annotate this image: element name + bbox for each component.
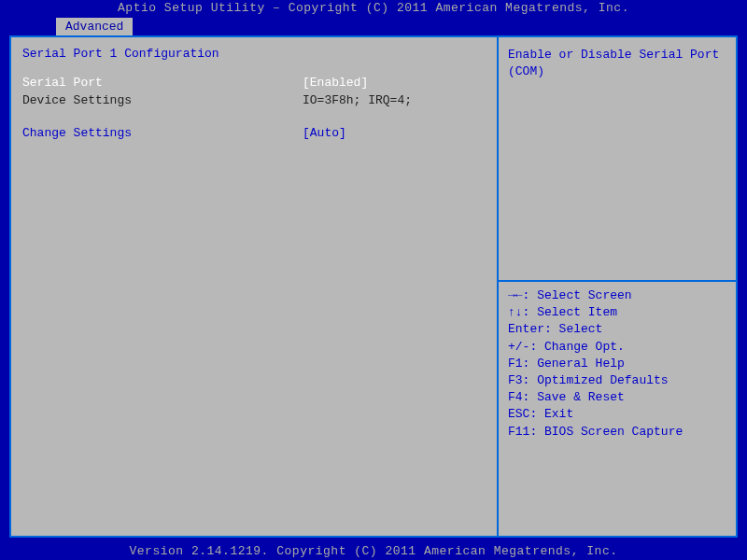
help-box: Enable or Disable Serial Port (COM) [508, 47, 726, 280]
hint-select-item: ↑↓: Select Item [508, 304, 726, 321]
footer-text: Version 2.14.1219. Copyright (C) 2011 Am… [130, 544, 618, 558]
help-line-2: (COM) [508, 63, 726, 80]
tab-row: Advanced [0, 17, 747, 35]
title-text: Aptio Setup Utility – Copyright (C) 2011… [118, 1, 629, 15]
device-settings-value: IO=3F8h; IRQ=4; [303, 93, 486, 107]
row-device-settings: Device Settings IO=3F8h; IRQ=4; [22, 93, 486, 107]
left-pane: Serial Port 1 Configuration Serial Port … [11, 37, 497, 536]
change-settings-value: [Auto] [303, 126, 486, 140]
hint-enter: Enter: Select [508, 321, 726, 338]
tab-advanced[interactable]: Advanced [56, 18, 133, 35]
spacer [22, 111, 486, 126]
hint-select-screen: →←: Select Screen [508, 287, 726, 304]
hint-f3: F3: Optimized Defaults [508, 372, 726, 389]
section-title: Serial Port 1 Configuration [22, 47, 486, 61]
help-line-1: Enable or Disable Serial Port [508, 47, 726, 63]
tab-advanced-label: Advanced [65, 20, 123, 34]
footer: Version 2.14.1219. Copyright (C) 2011 Am… [0, 543, 747, 560]
hint-change-opt: +/-: Change Opt. [508, 339, 726, 356]
key-hints: →←: Select Screen ↑↓: Select Item Enter:… [508, 287, 726, 441]
device-settings-label: Device Settings [22, 93, 303, 107]
title-bar: Aptio Setup Utility – Copyright (C) 2011… [0, 0, 747, 17]
main-box: Serial Port 1 Configuration Serial Port … [9, 35, 738, 538]
hint-f4: F4: Save & Reset [508, 389, 726, 406]
change-settings-label: Change Settings [22, 126, 303, 140]
hint-esc: ESC: Exit [508, 406, 726, 423]
serial-port-label: Serial Port [22, 76, 303, 90]
hint-f1: F1: General Help [508, 356, 726, 372]
help-divider [499, 280, 736, 282]
hint-f11: F11: BIOS Screen Capture [508, 424, 726, 441]
key-hints-box: →←: Select Screen ↑↓: Select Item Enter:… [508, 280, 726, 526]
bios-screen: Aptio Setup Utility – Copyright (C) 2011… [0, 0, 747, 560]
right-pane: Enable or Disable Serial Port (COM) →←: … [499, 37, 736, 536]
serial-port-value: [Enabled] [303, 76, 486, 90]
row-change-settings[interactable]: Change Settings [Auto] [22, 126, 486, 140]
row-serial-port[interactable]: Serial Port [Enabled] [22, 76, 486, 90]
